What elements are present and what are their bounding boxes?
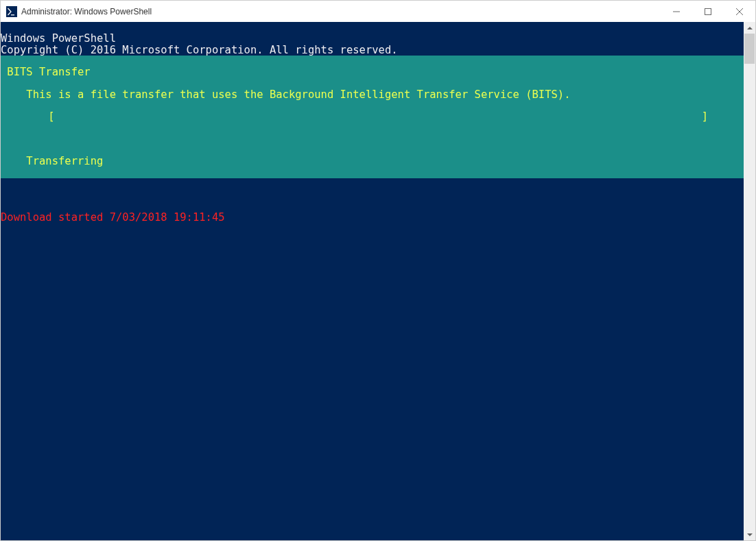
titlebar-left: Administrator: Windows PowerShell: [1, 6, 152, 17]
window-title: Administrator: Windows PowerShell: [21, 7, 152, 16]
maximize-button[interactable]: [692, 1, 724, 22]
progress-bracket-right: ]: [702, 111, 708, 122]
progress-status: Transferring: [1, 156, 744, 167]
progress-blank: [1, 134, 744, 145]
console-container: Windows PowerShell Copyright (C) 2016 Mi…: [1, 22, 755, 540]
progress-title: BITS Transfer: [1, 67, 744, 77]
console-header-line2: Copyright (C) 2016 Microsoft Corporation…: [1, 44, 398, 56]
vertical-scrollbar[interactable]: [744, 22, 755, 540]
scroll-down-button[interactable]: [744, 529, 755, 540]
svg-rect-3: [705, 8, 711, 14]
svg-rect-0: [6, 6, 17, 17]
powershell-icon: [6, 6, 17, 17]
progress-bar: [ ]: [1, 111, 744, 122]
titlebar-buttons: [661, 1, 755, 22]
window-titlebar: Administrator: Windows PowerShell: [1, 1, 755, 22]
blank-line: [1, 189, 744, 200]
close-button[interactable]: [724, 1, 755, 22]
progress-subtitle: This is a file transfer that uses the Ba…: [1, 89, 744, 100]
bits-progress-block: BITS Transfer This is a file transfer th…: [1, 56, 744, 178]
minimize-button[interactable]: [661, 1, 692, 22]
download-status-line: Download started 7/03/2018 19:11:45: [1, 211, 225, 224]
scroll-thumb[interactable]: [744, 34, 755, 64]
progress-bar-space: [55, 111, 702, 122]
console-output[interactable]: Windows PowerShell Copyright (C) 2016 Mi…: [1, 22, 744, 540]
scroll-track[interactable]: [744, 34, 755, 529]
progress-bracket-left: [: [23, 111, 55, 122]
scroll-up-button[interactable]: [744, 22, 755, 34]
